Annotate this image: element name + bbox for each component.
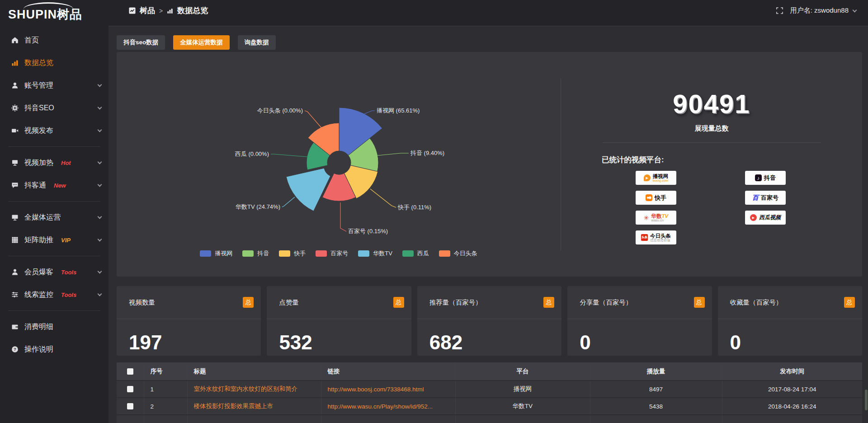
table-header-cell: 链接	[321, 362, 455, 381]
sidebar-item[interactable]: 视频发布	[0, 119, 108, 142]
video-title-link[interactable]: 楼体投影灯投影效果震撼上市	[194, 403, 274, 409]
sidebar-item-badge: New	[54, 182, 66, 189]
sidebar-item[interactable]: 首页	[0, 29, 108, 52]
legend-item[interactable]: 西瓜	[402, 249, 429, 258]
legend-item[interactable]: 百家号	[316, 249, 348, 258]
cell-platform: 播视网	[455, 381, 590, 398]
chevron-down-icon[interactable]	[98, 82, 102, 87]
select-all-checkbox[interactable]	[127, 368, 133, 375]
overview-panel: 播视网 (65.61%)抖音 (9.40%)快手 (0.11%)百家号 (0.1…	[117, 52, 862, 277]
sidebar-item[interactable]: 矩阵助推VIP	[0, 229, 108, 251]
legend-label: 快手	[294, 249, 306, 258]
sidebar-item[interactable]: 消费明细	[0, 315, 108, 338]
legend-label: 百家号	[330, 249, 348, 258]
row-checkbox[interactable]	[127, 403, 133, 409]
username-label[interactable]: 用户名: zswodun88	[790, 6, 849, 15]
baijiahao-logo-icon: 百	[752, 194, 759, 202]
stat-card-title: 点赞量	[279, 298, 299, 307]
sidebar-item[interactable]: 账号管理	[0, 74, 108, 97]
stat-card-title: 视频数量	[129, 298, 155, 307]
label-leader-line	[377, 153, 409, 155]
video-url-link[interactable]: http://www.wasu.cn/Play/show/id/952...	[328, 403, 433, 410]
chevron-down-icon[interactable]	[98, 105, 102, 109]
wasu-logo-icon: ✳	[644, 214, 649, 221]
chevron-down-icon[interactable]	[98, 182, 102, 187]
sidebar-divider	[8, 256, 100, 256]
tab[interactable]: 全媒体运营数据	[173, 35, 230, 50]
platform-chip: 百百家号	[745, 191, 786, 205]
table-header-row: 序号标题链接平台播放量发布时间	[117, 362, 862, 381]
sidebar-item[interactable]: 会员爆客Tools	[0, 261, 108, 283]
chevron-down-icon[interactable]	[98, 269, 102, 273]
legend-swatch	[358, 250, 369, 257]
pie-label: 播视网 (65.61%)	[377, 107, 420, 114]
chevron-down-icon[interactable]	[98, 214, 102, 219]
legend-swatch	[200, 250, 211, 257]
breadcrumb-separator: >	[159, 7, 163, 14]
legend-label: 播视网	[215, 249, 232, 258]
chevron-down-icon[interactable]	[98, 127, 102, 132]
xigua-logo-icon: ▶	[750, 214, 757, 221]
fullscreen-icon[interactable]	[776, 7, 783, 14]
sidebar-item[interactable]: 全媒体运营	[0, 206, 108, 229]
sidebar-item[interactable]: 视频加热Hot	[0, 151, 108, 174]
legend-item[interactable]: 快手	[279, 249, 306, 258]
total-badge[interactable]: 总	[694, 297, 705, 308]
total-badge[interactable]: 总	[393, 297, 404, 308]
rose-chart: 播视网 (65.61%)抖音 (9.40%)快手 (0.11%)百家号 (0.1…	[117, 52, 561, 277]
platform-chips: ▶播视网boosj.com快手✳华数TVwasu.cn头条今日头条信息创造价值♪…	[636, 171, 862, 244]
sidebar-item-label: 全媒体运营	[24, 213, 61, 222]
legend-label: 今日头条	[454, 249, 477, 258]
video-title-link[interactable]: 室外水纹灯和室内水纹灯的区别和简介	[194, 385, 298, 392]
legend-item[interactable]: 华数TV	[358, 249, 392, 258]
stat-card-header: 视频数量总	[117, 286, 261, 319]
pie-slice[interactable]	[286, 168, 330, 211]
legend-item[interactable]: 播视网	[200, 249, 232, 258]
legend-item[interactable]: 抖音	[242, 249, 269, 258]
total-badge[interactable]: 总	[243, 297, 254, 308]
grid-icon	[11, 236, 19, 244]
sidebar-item[interactable]: ?操作说明	[0, 338, 108, 361]
table-row: 1室外水纹灯和室内水纹灯的区别和简介http://www.boosj.com/7…	[117, 381, 862, 398]
total-badge[interactable]: 总	[844, 297, 855, 308]
row-checkbox[interactable]	[127, 386, 133, 392]
sidebar-item-label: 操作说明	[24, 345, 53, 354]
sidebar-item[interactable]: 线索监控Tools	[0, 283, 108, 306]
sidebar-item[interactable]: 抖客通New	[0, 174, 108, 197]
breadcrumb-root[interactable]: 树品	[140, 5, 155, 16]
stat-card-title: 分享量（百家号）	[580, 298, 632, 307]
cell-platform: 华数TV	[455, 398, 590, 415]
sidebar-item-label: 抖音SEO	[24, 103, 54, 113]
sidebar-nav: 首页数据总览账号管理抖音SEO视频发布视频加热Hot抖客通New全媒体运营矩阵助…	[0, 28, 108, 361]
wallet-icon	[11, 323, 19, 330]
user-chevron-down-icon[interactable]	[853, 8, 857, 13]
chevron-down-icon[interactable]	[98, 291, 102, 296]
platform-chip: ▶西瓜视频	[745, 211, 786, 225]
chevron-down-icon[interactable]	[98, 160, 102, 164]
sidebar-item[interactable]: 数据总览	[0, 52, 108, 74]
total-badge[interactable]: 总	[543, 297, 554, 308]
sidebar-item[interactable]: 抖音SEO	[0, 97, 108, 119]
platform-chip: ♪抖音	[745, 171, 786, 185]
chat-icon	[11, 182, 19, 189]
breadcrumb-current: 数据总览	[177, 5, 208, 16]
legend-swatch	[316, 250, 327, 257]
scrollbar-thumb[interactable]	[865, 390, 868, 410]
sidebar-item-label: 矩阵助推	[24, 235, 53, 245]
svg-text:?: ?	[14, 347, 16, 352]
help-icon: ?	[11, 346, 19, 353]
stat-card-title: 收藏量（百家号）	[730, 298, 783, 307]
video-url-link[interactable]: http://www.boosj.com/7338468.html	[328, 386, 424, 393]
tab[interactable]: 抖音seo数据	[117, 35, 165, 50]
cell-published: 2017-08-24 17:04	[722, 381, 862, 398]
brand-logo[interactable]: SHUPIN树品	[0, 0, 108, 28]
tab[interactable]: 询盘数据	[238, 35, 276, 50]
chevron-down-icon[interactable]	[98, 237, 102, 241]
logo-arc-decoration	[24, 2, 73, 9]
label-leader-line	[271, 154, 307, 157]
stat-card: 推荐量（百家号）总682	[417, 286, 561, 356]
legend-item[interactable]: 今日头条	[439, 249, 477, 258]
breadcrumb: 树品 > 数据总览	[129, 5, 208, 16]
stat-card: 点赞量总532	[267, 286, 411, 356]
chart-legend: 播视网抖音快手百家号华数TV西瓜今日头条	[117, 249, 561, 258]
